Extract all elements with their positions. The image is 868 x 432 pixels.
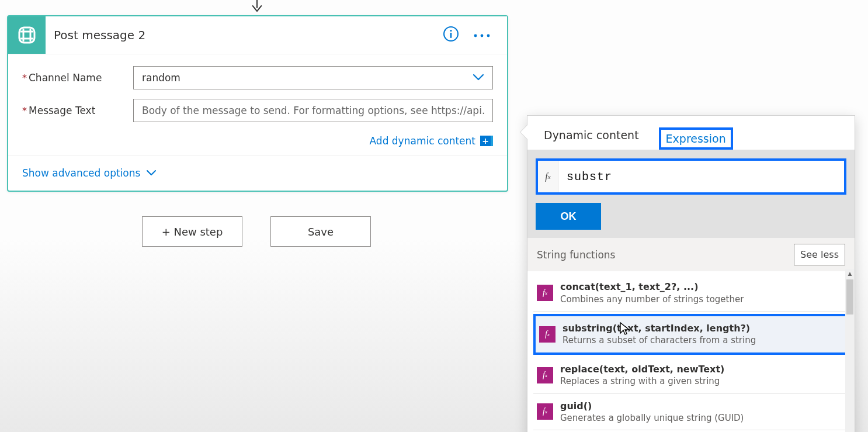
required-star: * bbox=[22, 105, 27, 116]
svg-point-9 bbox=[474, 34, 477, 37]
dynamic-content-flyout: Dynamic content Expression fx OK String … bbox=[527, 115, 855, 432]
add-dynamic-content-link[interactable]: Add dynamic content bbox=[370, 135, 475, 147]
fx-badge-icon: fx bbox=[537, 285, 553, 301]
card-header[interactable]: Post message 2 bbox=[8, 16, 507, 54]
message-text-row: * Message Text bbox=[22, 99, 493, 122]
post-message-card: Post message 2 * Channel bbox=[7, 15, 508, 192]
scroll-up-icon: ▲ bbox=[845, 269, 855, 278]
function-signature: concat(text_1, text_2?, ...) bbox=[560, 281, 744, 293]
chevron-down-icon bbox=[473, 72, 484, 84]
tab-dynamic-content[interactable]: Dynamic content bbox=[540, 120, 643, 150]
svg-rect-8 bbox=[450, 33, 452, 38]
fx-badge-icon: fx bbox=[539, 326, 555, 343]
function-desc: Generates a globally unique string (GUID… bbox=[560, 412, 744, 424]
fx-icon: fx bbox=[538, 161, 558, 192]
svg-point-7 bbox=[450, 30, 452, 32]
ok-button[interactable]: OK bbox=[536, 203, 601, 230]
expression-input[interactable] bbox=[558, 170, 844, 184]
show-advanced-options-link[interactable]: Show advanced options bbox=[22, 167, 157, 179]
function-signature: substring(text, startIndex, length?) bbox=[563, 322, 756, 335]
function-desc: Returns a subset of characters from a st… bbox=[563, 334, 756, 346]
function-desc: Replaces a string with a given string bbox=[560, 375, 724, 387]
function-signature: replace(text, oldText, newText) bbox=[560, 363, 724, 376]
function-guid[interactable]: fx guid() Generates a globally unique st… bbox=[533, 394, 849, 431]
function-substring[interactable]: fx substring(text, startIndex, length?) … bbox=[533, 314, 849, 355]
svg-rect-1 bbox=[19, 27, 34, 43]
channel-name-select[interactable]: random bbox=[133, 66, 493, 89]
channel-name-row: * Channel Name random bbox=[22, 66, 493, 89]
fx-badge-icon: fx bbox=[537, 367, 553, 383]
card-title: Post message 2 bbox=[46, 28, 443, 42]
flow-connector-arrow bbox=[251, 0, 263, 15]
expression-input-wrapper: fx bbox=[536, 158, 846, 195]
flyout-beak bbox=[520, 125, 527, 139]
svg-point-10 bbox=[481, 34, 484, 37]
see-less-button[interactable]: See less bbox=[794, 244, 845, 265]
scrollbar-thumb[interactable] bbox=[846, 279, 853, 315]
advanced-options-label: Show advanced options bbox=[22, 167, 140, 179]
function-desc: Combines any number of strings together bbox=[560, 293, 744, 305]
svg-point-11 bbox=[487, 34, 490, 37]
save-button[interactable]: Save bbox=[270, 216, 371, 247]
tab-expression[interactable]: Expression bbox=[659, 127, 733, 150]
chevron-down-icon bbox=[146, 167, 157, 179]
fx-badge-icon: fx bbox=[537, 403, 553, 420]
channel-name-label: Channel Name bbox=[29, 72, 102, 84]
slack-connector-icon bbox=[8, 16, 46, 54]
channel-name-value: random bbox=[142, 72, 180, 84]
function-signature: guid() bbox=[560, 400, 744, 413]
add-dynamic-content-icon[interactable]: + bbox=[480, 136, 493, 146]
add-dynamic-content-row: Add dynamic content + bbox=[8, 135, 507, 155]
flyout-scrollbar[interactable]: ▲ bbox=[845, 269, 855, 432]
section-title: String functions bbox=[537, 249, 615, 261]
required-star: * bbox=[22, 72, 27, 84]
message-text-label: Message Text bbox=[29, 105, 95, 116]
function-concat[interactable]: fx concat(text_1, text_2?, ...) Combines… bbox=[533, 275, 849, 312]
new-step-button[interactable]: + New step bbox=[142, 216, 242, 247]
function-replace[interactable]: fx replace(text, oldText, newText) Repla… bbox=[533, 357, 849, 394]
info-icon[interactable] bbox=[443, 26, 459, 44]
message-text-input[interactable] bbox=[133, 99, 493, 122]
more-icon[interactable] bbox=[473, 30, 491, 41]
